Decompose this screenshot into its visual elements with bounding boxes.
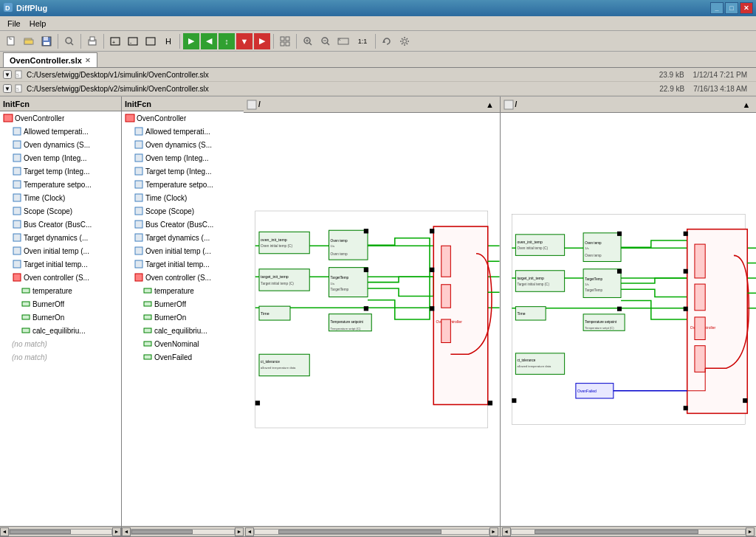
- list-item[interactable]: Bus Creator (BusC...: [0, 218, 121, 231]
- minimize-button[interactable]: _: [710, 2, 724, 14]
- maximize-button[interactable]: □: [725, 2, 738, 14]
- diag-scroll-left-2[interactable]: ◄: [502, 527, 511, 536]
- tb-search[interactable]: [61, 33, 78, 49]
- tb-settings[interactable]: [396, 33, 413, 49]
- block-icon: [12, 153, 22, 163]
- tb-100[interactable]: 1:1: [353, 33, 372, 49]
- svg-rect-82: [259, 232, 309, 253]
- tree-body-1[interactable]: OvenController Allowed temperati... Oven…: [0, 111, 121, 526]
- list-item[interactable]: Target dynamics (...: [122, 231, 244, 244]
- tb-zoom-in[interactable]: [300, 33, 316, 49]
- menu-help[interactable]: Help: [25, 18, 51, 30]
- list-item[interactable]: Target initial temp...: [0, 257, 121, 271]
- diag-scroll-right-2[interactable]: ►: [746, 527, 755, 536]
- list-item[interactable]: OvenFailed: [122, 350, 244, 364]
- tree-body-2[interactable]: OvenController Allowed temperati... Oven…: [122, 111, 244, 526]
- tb-grid[interactable]: [277, 33, 293, 49]
- tb-fit[interactable]: [335, 33, 351, 49]
- scroll-thumb-1[interactable]: [10, 530, 71, 534]
- list-item[interactable]: Scope (Scope): [0, 204, 121, 218]
- tb-block4[interactable]: H: [160, 33, 176, 49]
- diag-scroll-right-1[interactable]: ►: [489, 527, 498, 536]
- tb-block1[interactable]: +: [107, 33, 123, 49]
- menu-file[interactable]: File: [3, 18, 25, 30]
- list-item[interactable]: BurnerOff: [0, 297, 121, 311]
- tb-save[interactable]: [38, 33, 55, 49]
- list-item[interactable]: Target dynamics (...: [0, 231, 121, 244]
- tb-block2[interactable]: -: [125, 33, 141, 49]
- list-item[interactable]: Allowed temperati...: [122, 125, 244, 138]
- list-item[interactable]: Target temp (Integ...: [122, 164, 244, 178]
- tb-align2[interactable]: ◀: [201, 33, 217, 49]
- list-item[interactable]: Oven controller (S...: [0, 271, 121, 284]
- tb-reset[interactable]: [379, 33, 395, 49]
- tree-header-1: InitFcn: [0, 97, 121, 111]
- list-item[interactable]: Oven temp (Integ...: [0, 151, 121, 164]
- scroll-track-2[interactable]: [131, 529, 235, 535]
- scroll-right-1[interactable]: ►: [112, 527, 121, 536]
- diag-scroll-thumb-2[interactable]: [535, 530, 698, 534]
- list-item[interactable]: Oven temp (Integ...: [122, 151, 244, 164]
- tab-ovencontroller[interactable]: OvenController.slx ✕: [3, 52, 97, 67]
- block-icon: [134, 219, 144, 229]
- list-item[interactable]: Oven initial temp (...: [122, 244, 244, 257]
- tb-zoom-out[interactable]: [317, 33, 334, 49]
- list-item[interactable]: temperature: [122, 284, 244, 297]
- tb-align5[interactable]: ▶: [254, 33, 270, 49]
- list-item[interactable]: temperature: [0, 284, 121, 297]
- list-item[interactable]: Oven dynamics (S...: [0, 138, 121, 151]
- tree-root-1[interactable]: OvenController: [0, 111, 121, 125]
- list-item[interactable]: Target initial temp...: [122, 257, 244, 271]
- svg-text:allowed temperature data: allowed temperature data: [261, 366, 296, 370]
- diagram-canvas-1[interactable]: oven_init_temp Oven initial temp (C) tar…: [244, 113, 500, 526]
- tb-align4[interactable]: ▼: [236, 33, 252, 49]
- list-item[interactable]: Allowed temperati...: [0, 125, 121, 138]
- list-item[interactable]: BurnerOn: [0, 311, 121, 324]
- diag-scroll-left-1[interactable]: ◄: [245, 527, 254, 536]
- tree-hscroll-2[interactable]: ◄ ►: [122, 526, 244, 536]
- diag-scroll-track-2[interactable]: [511, 529, 746, 535]
- list-item[interactable]: Oven dynamics (S...: [122, 138, 244, 151]
- list-item[interactable]: BurnerOff: [122, 297, 244, 311]
- diag-scroll-track-1[interactable]: [254, 529, 489, 535]
- tree-panels: InitFcn OvenController Allowed temperati…: [0, 97, 244, 536]
- tree-hscroll-1[interactable]: ◄ ►: [0, 526, 121, 536]
- scroll-track-1[interactable]: [9, 529, 112, 535]
- diagram-up-1[interactable]: ▲: [484, 98, 497, 111]
- list-item[interactable]: Oven initial temp (...: [0, 244, 121, 257]
- list-item[interactable]: Temperature setpo...: [122, 178, 244, 191]
- tree-root-2[interactable]: OvenController: [122, 111, 244, 125]
- svg-rect-103: [441, 246, 451, 277]
- list-item[interactable]: OvenNominal: [122, 337, 244, 350]
- collapse-btn-1[interactable]: ▼: [3, 70, 12, 79]
- collapse-btn-2[interactable]: ▼: [3, 84, 12, 93]
- list-item[interactable]: BurnerOn: [122, 311, 244, 324]
- close-button[interactable]: ✕: [740, 2, 753, 14]
- tb-align3[interactable]: ↕: [219, 33, 235, 49]
- diagram-hscroll-1[interactable]: ◄ ►: [244, 526, 500, 536]
- list-item[interactable]: Bus Creator (BusC...: [122, 218, 244, 231]
- list-item[interactable]: Time (Clock): [122, 191, 244, 204]
- diag-scroll-thumb-1[interactable]: [278, 530, 442, 534]
- list-item[interactable]: calc_equilibriu...: [0, 324, 121, 337]
- list-item[interactable]: Oven controller (S...: [122, 271, 244, 284]
- tb-print[interactable]: [84, 33, 100, 49]
- tb-align1[interactable]: ▶: [183, 33, 199, 49]
- list-item[interactable]: Temperature setpo...: [0, 178, 121, 191]
- list-item[interactable]: Time (Clock): [0, 191, 121, 204]
- scroll-right-2[interactable]: ►: [235, 527, 244, 536]
- list-item[interactable]: Scope (Scope): [122, 204, 244, 218]
- scroll-left-2[interactable]: ◄: [122, 527, 131, 536]
- diagram-up-2[interactable]: ▲: [740, 98, 753, 111]
- tb-block3[interactable]: [142, 33, 159, 49]
- list-item[interactable]: Target temp (Integ...: [0, 164, 121, 178]
- scroll-thumb-2[interactable]: [131, 530, 193, 534]
- scroll-left-1[interactable]: ◄: [0, 527, 9, 536]
- diagram-canvas-2[interactable]: oven_init_temp Oven initial temp (C) tar…: [501, 113, 757, 526]
- block-icon: [12, 166, 22, 176]
- tab-close[interactable]: ✕: [85, 57, 91, 64]
- list-item[interactable]: calc_equilibriu...: [122, 324, 244, 337]
- tb-new[interactable]: [3, 33, 19, 49]
- diagram-hscroll-2[interactable]: ◄ ►: [501, 526, 757, 536]
- tb-open[interactable]: [21, 33, 37, 49]
